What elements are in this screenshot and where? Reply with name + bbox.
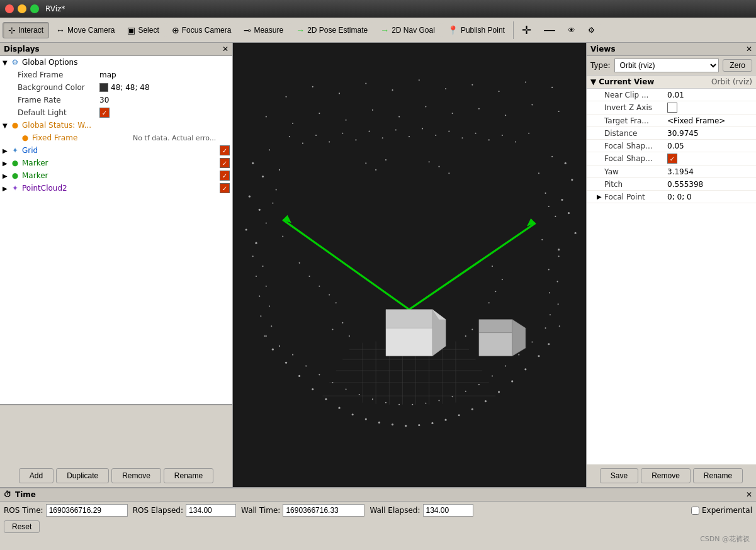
invert-z-prop[interactable]: Invert Z Axis	[587, 101, 756, 115]
current-view-expand[interactable]: ▼	[590, 77, 596, 86]
close-button[interactable]	[5, 4, 14, 13]
grid-item[interactable]: ▶ ✦ Grid ✓	[0, 144, 232, 157]
svg-point-133	[558, 303, 559, 305]
pointcloud2-checkbox[interactable]: ✓	[220, 183, 230, 193]
pitch-prop[interactable]: Pitch 0.555398	[587, 178, 756, 191]
marker1-expand[interactable]: ▶	[3, 160, 10, 167]
settings-toolbar-button[interactable]: ⚙	[582, 23, 601, 38]
remove-display-button[interactable]: Remove	[111, 468, 161, 483]
nav-goal-button[interactable]: → 2D Nav Goal	[375, 22, 441, 38]
svg-point-1	[285, 96, 286, 98]
grid-checkbox[interactable]: ✓	[220, 145, 230, 155]
views-type-select[interactable]: Orbit (rviz)	[614, 59, 719, 72]
views-close-icon[interactable]: ✕	[746, 45, 752, 53]
svg-point-74	[319, 374, 320, 375]
fixed-frame-status-msg: No tf data. Actual erro...	[133, 134, 230, 142]
svg-point-7	[445, 88, 446, 89]
minus-toolbar-button[interactable]: —	[538, 20, 561, 40]
focal-point-expand[interactable]: ▶	[597, 193, 604, 200]
remove-view-button[interactable]: Remove	[641, 468, 691, 483]
add-display-button[interactable]: Add	[19, 468, 54, 483]
global-options-expand[interactable]: ▼	[3, 59, 10, 66]
svg-point-97	[492, 266, 493, 267]
marker2-expand[interactable]: ▶	[3, 172, 10, 179]
focus-camera-button[interactable]: ⊕ Focus Camera	[166, 22, 237, 38]
focal-point-prop[interactable]: ▶ Focal Point 0; 0; 0	[587, 191, 756, 203]
marker1-checkbox[interactable]: ✓	[220, 158, 230, 168]
viewport[interactable]: ‹ ›	[233, 43, 586, 487]
svg-point-84	[452, 396, 453, 397]
move-camera-button[interactable]: ↔ Move Camera	[50, 22, 120, 38]
svg-point-80	[398, 404, 400, 405]
marker2-item[interactable]: ▶ ● Marker ✓	[0, 169, 232, 182]
displays-title: Displays	[4, 45, 40, 53]
views-buttons: Save Remove Rename	[587, 464, 756, 487]
views-content: ▼ Current View Orbit (rviz) Near Clip ..…	[587, 76, 756, 464]
publish-point-button[interactable]: 📍 Publish Point	[442, 22, 511, 38]
experimental-checkbox[interactable]	[691, 507, 699, 515]
near-clip-prop[interactable]: Near Clip ... 0.01	[587, 89, 756, 101]
invert-z-checkbox[interactable]	[667, 103, 677, 113]
global-options-item[interactable]: ▼ ⚙ Global Options	[0, 56, 232, 69]
target-frame-prop[interactable]: Target Fra... <Fixed Frame>	[587, 115, 756, 127]
default-light-checkbox[interactable]: ✓	[99, 108, 110, 118]
focal-shape-size-prop[interactable]: Focal Shap... 0.05	[587, 140, 756, 152]
pitch-value: 0.555398	[667, 180, 752, 189]
ros-elapsed-input[interactable]	[186, 504, 236, 517]
svg-point-9	[499, 91, 500, 92]
default-light-prop[interactable]: Default Light ✓	[0, 106, 232, 119]
save-view-button[interactable]: Save	[600, 468, 638, 483]
svg-point-116	[488, 139, 490, 140]
distance-prop[interactable]: Distance 30.9745	[587, 127, 756, 140]
fixed-frame-prop[interactable]: Fixed Frame map	[0, 69, 232, 81]
displays-close-icon[interactable]: ✕	[222, 45, 228, 53]
interact-button[interactable]: ⊹ Interact	[3, 22, 49, 38]
pointcloud2-expand[interactable]: ▶	[3, 185, 10, 192]
publish-point-icon: 📍	[448, 25, 458, 35]
svg-point-91	[544, 327, 546, 328]
svg-point-121	[262, 266, 263, 267]
rename-view-button[interactable]: Rename	[693, 468, 743, 483]
add-toolbar-button[interactable]: ✛	[516, 20, 537, 40]
wall-elapsed-input[interactable]	[423, 504, 473, 517]
duplicate-display-button[interactable]: Duplicate	[56, 468, 109, 483]
svg-point-51	[312, 388, 313, 390]
reset-button[interactable]: Reset	[4, 520, 40, 533]
global-status-expand[interactable]: ▼	[3, 122, 10, 129]
svg-point-43	[544, 193, 546, 194]
minimize-button[interactable]	[18, 4, 26, 13]
pose-estimate-button[interactable]: → 2D Pose Estimate	[290, 22, 373, 38]
focal-shape-fixed-prop[interactable]: Focal Shap... ✓	[587, 152, 756, 166]
svg-point-44	[555, 216, 556, 217]
frame-rate-prop[interactable]: Frame Rate 30	[0, 94, 232, 106]
marker2-checkbox[interactable]: ✓	[220, 171, 230, 181]
grid-expand[interactable]: ▶	[3, 147, 10, 154]
svg-point-93	[308, 276, 310, 277]
global-status-item[interactable]: ▼ ● Global Status: W...	[0, 119, 232, 132]
svg-point-108	[382, 137, 383, 138]
maximize-button[interactable]	[30, 4, 39, 13]
target-frame-value: <Fixed Frame>	[667, 116, 752, 125]
pitch-name: Pitch	[604, 180, 667, 189]
wall-time-input[interactable]	[283, 504, 364, 517]
svg-point-85	[465, 391, 466, 392]
measure-button[interactable]: ⊸ Measure	[238, 22, 289, 38]
ros-time-input[interactable]	[46, 504, 128, 517]
timebar-close-icon[interactable]: ✕	[746, 490, 752, 499]
bg-color-prop[interactable]: Background Color 48; 48; 48	[0, 81, 232, 94]
yaw-prop[interactable]: Yaw 3.1954	[587, 166, 756, 178]
rename-display-button[interactable]: Rename	[164, 468, 213, 483]
pointcloud2-item[interactable]: ▶ ✦ PointCloud2 ✓	[0, 182, 232, 194]
fixed-frame-status-item[interactable]: ● Fixed Frame No tf data. Actual erro...	[0, 132, 232, 144]
eye-toolbar-button[interactable]: 👁	[562, 23, 581, 38]
publish-point-label: Publish Point	[461, 26, 505, 35]
marker1-item[interactable]: ▶ ● Marker ✓	[0, 157, 232, 169]
focal-shape-fixed-checkbox[interactable]: ✓	[667, 154, 677, 164]
views-zero-button[interactable]: Zero	[723, 59, 752, 72]
svg-point-125	[269, 305, 270, 306]
focal-shape-fixed-value: ✓	[667, 154, 752, 164]
move-camera-icon: ↔	[56, 25, 65, 35]
select-button[interactable]: ▣ Select	[121, 22, 164, 38]
svg-point-115	[475, 133, 477, 134]
fixed-frame-status-icon: ●	[20, 133, 30, 143]
